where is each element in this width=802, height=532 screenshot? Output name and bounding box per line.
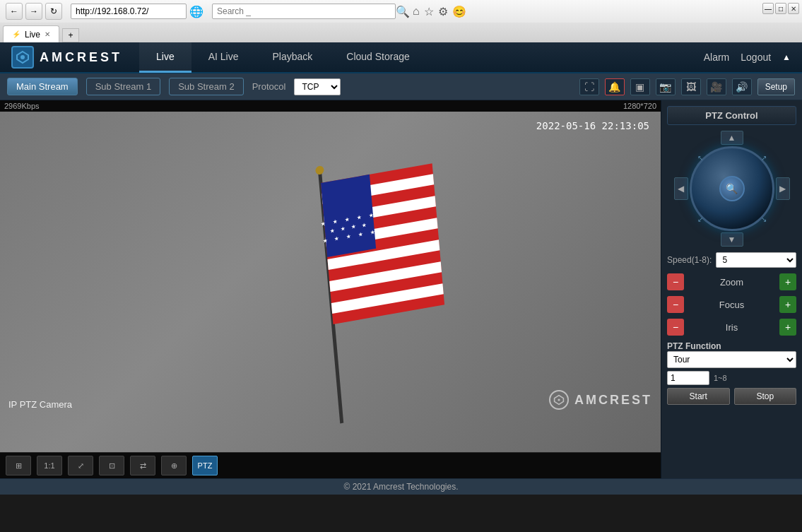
window-buttons: — □ ✕ [762, 3, 802, 14]
ptz-input-row: 1~8 [667, 371, 796, 385]
minimize-button[interactable]: — [762, 3, 774, 14]
search-input[interactable] [212, 4, 396, 19]
screen-button[interactable]: ▣ [630, 78, 650, 95]
audio-button[interactable]: 🔊 [732, 78, 752, 95]
iris-plus-button[interactable]: + [779, 319, 796, 336]
forward-button[interactable]: → [25, 3, 42, 20]
protocol-label: Protocol [252, 81, 286, 92]
video-watermark: AMCREST [549, 390, 652, 410]
ptz-center-icon: 🔍 [726, 183, 738, 194]
alarm-button[interactable]: 🔔 [605, 78, 625, 95]
bookmark-icon[interactable]: ☆ [424, 5, 434, 18]
flip-button[interactable]: ⇄ [130, 456, 155, 475]
svg-point-16 [558, 398, 560, 401]
stretch-button[interactable]: ⊡ [99, 456, 124, 475]
fullscreen-vid-button[interactable]: ⤢ [68, 456, 93, 475]
speed-label: Speed(1-8): [667, 255, 712, 265]
focus-control: − Focus + [667, 296, 796, 313]
browser-toolbar: ⌂ ☆ ⚙ 😊 [413, 5, 466, 18]
ptz-left-button[interactable]: ◀ [674, 177, 688, 200]
video-background: ★ ★ ★ ★ ★ ★ ★ ★ ★ ★ ★ ★ ★ ★ 2022-05-16 2… [0, 112, 661, 452]
browser-titlebar: ← → ↻ 🌐 🔍 ⌂ ☆ ⚙ 😊 — □ ✕ [0, 0, 802, 23]
ssl-icon: 🌐 [189, 5, 204, 18]
maximize-button[interactable]: □ [775, 3, 786, 14]
iris-label: Iris [687, 322, 777, 333]
tab-close-button[interactable]: ✕ [45, 30, 50, 38]
ptz-number-input[interactable] [667, 371, 709, 385]
sub-stream1-button[interactable]: Sub Stream 1 [86, 78, 161, 95]
ptz-right-button[interactable]: ▶ [776, 177, 790, 200]
address-bar: 🌐 [71, 4, 204, 19]
ptz-wheel[interactable]: ↖ ↗ ↙ ↘ 🔍 [690, 146, 774, 231]
close-button[interactable]: ✕ [788, 3, 799, 14]
ptz-downright-button[interactable]: ↘ [761, 215, 767, 223]
video-viewport[interactable]: ★ ★ ★ ★ ★ ★ ★ ★ ★ ★ ★ ★ ★ ★ 2022-05-16 2… [0, 112, 661, 452]
zoom-plus-button[interactable]: ⊕ [161, 456, 187, 475]
speed-select[interactable]: 5 1234 678 [716, 252, 796, 268]
focus-label: Focus [687, 300, 777, 310]
image-button[interactable]: 🖼 [681, 78, 701, 95]
ptz-start-button[interactable]: Start [667, 388, 730, 405]
speed-row: Speed(1-8): 5 1234 678 [667, 252, 796, 268]
zoom-plus-button[interactable]: + [779, 273, 796, 290]
settings-icon[interactable]: ⚙ [438, 5, 448, 18]
zoom-minus-button[interactable]: − [667, 273, 684, 290]
ptz-range-label: 1~8 [714, 374, 727, 382]
resolution-display: 1280*720 [623, 102, 656, 110]
ptz-upright-button[interactable]: ↗ [761, 154, 767, 162]
focus-plus-button[interactable]: + [779, 296, 796, 313]
nav-alarm[interactable]: Alarm [704, 52, 730, 63]
setup-button[interactable]: Setup [757, 78, 795, 95]
back-button[interactable]: ← [6, 3, 23, 20]
protocol-select[interactable]: TCP UDP HTTP [294, 78, 341, 95]
sub-stream2-button[interactable]: Sub Stream 2 [169, 78, 244, 95]
top-nav: AMCREST Live AI Live Playback Cloud Stor… [0, 42, 802, 73]
video-timestamp: 2022-05-16 22:13:05 [536, 120, 649, 131]
ptz-panel: PTZ Control ▲ ◀ ↖ ↗ ↙ ↘ 🔍 ▶ [661, 100, 802, 478]
video-section: 2969Kbps 1280*720 [0, 100, 661, 478]
active-tab[interactable]: ⚡ Live ✕ [3, 25, 59, 42]
ptz-center-button[interactable]: 🔍 [719, 176, 745, 201]
user-icon[interactable]: 😊 [452, 5, 466, 18]
main-stream-button[interactable]: Main Stream [7, 78, 78, 95]
watermark-text: AMCREST [574, 393, 652, 408]
aspect-ratio-button[interactable]: ⊞ [6, 456, 31, 475]
nav-cloud-storage[interactable]: Cloud Storage [329, 42, 427, 73]
original-size-button[interactable]: 1:1 [37, 456, 62, 475]
app-logo: AMCREST [11, 46, 122, 69]
nav-logout[interactable]: Logout [741, 52, 771, 63]
zoom-label: Zoom [687, 277, 777, 288]
home-icon[interactable]: ⌂ [413, 5, 420, 18]
window-controls: ← → ↻ 🌐 🔍 ⌂ ☆ ⚙ 😊 [6, 3, 466, 20]
fullscreen-button[interactable]: ⛶ [579, 78, 599, 95]
nav-ai-live[interactable]: AI Live [191, 42, 256, 73]
focus-minus-button[interactable]: − [667, 296, 684, 313]
ptz-function-title: PTZ Function [667, 341, 796, 351]
ptz-up-button[interactable]: ▲ [721, 131, 743, 145]
footer-text: © 2021 Amcrest Technologies. [343, 482, 458, 492]
iris-minus-button[interactable]: − [667, 319, 684, 336]
browser-tabbar: ⚡ Live ✕ + [0, 23, 802, 42]
iris-control: − Iris + [667, 319, 796, 336]
ptz-stop-button[interactable]: Stop [734, 388, 797, 405]
ptz-upleft-button[interactable]: ↖ [697, 154, 703, 162]
tab-favicon: ⚡ [12, 30, 20, 38]
nav-scroll-up[interactable]: ▲ [782, 52, 791, 62]
snapshot-button[interactable]: 📷 [656, 78, 676, 95]
search-bar: 🔍 [212, 4, 410, 19]
ptz-down-button[interactable]: ▼ [721, 232, 743, 247]
nav-live[interactable]: Live [139, 42, 191, 73]
ptz-function-select[interactable]: Tour Scan Preset Pattern Auto Pan [667, 351, 796, 368]
reload-button[interactable]: ↻ [45, 3, 62, 20]
new-tab-button[interactable]: + [62, 28, 79, 42]
address-input[interactable] [71, 4, 187, 19]
record-button[interactable]: 🎥 [707, 78, 726, 95]
svg-point-14 [314, 165, 324, 175]
nav-playback[interactable]: Playback [256, 42, 330, 73]
ptz-toggle-button[interactable]: PTZ [192, 456, 218, 475]
video-toolbar: ⊞ 1:1 ⤢ ⊡ ⇄ ⊕ PTZ [0, 452, 661, 478]
ptz-middle-row: ◀ ↖ ↗ ↙ ↘ 🔍 ▶ [674, 146, 790, 231]
ptz-downleft-button[interactable]: ↙ [697, 215, 703, 223]
nav-right: Alarm Logout ▲ [704, 52, 791, 63]
main-content: 2969Kbps 1280*720 [0, 100, 802, 478]
